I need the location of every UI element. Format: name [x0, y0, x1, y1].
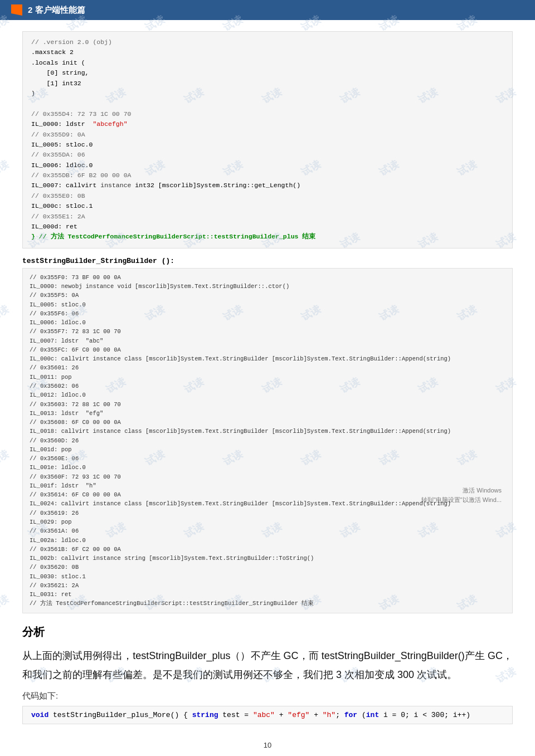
chapter-icon [11, 4, 22, 16]
code-block-more: void testStringBuilder_plus_More() { str… [22, 706, 513, 724]
windows-activation-notice: 激活 Windows 转到"电脑设置"以激活 Wind... [421, 486, 502, 504]
code-label: 代码如下: [22, 691, 513, 701]
code-block-il-plus: // .version 2.0 (obj) .maxstack 2 .local… [22, 31, 513, 248]
main-content: // .version 2.0 (obj) .maxstack 2 .local… [0, 20, 535, 756]
chapter-title: 2 客户端性能篇 [28, 5, 85, 16]
instance-keyword: instance [100, 182, 131, 189]
chapter-header: 2 客户端性能篇 [0, 0, 535, 20]
analysis-body-text: 从上面的测试用例得出，testStringBuilder_plus（）不产生 G… [22, 646, 513, 684]
func-header-stringbuilder: testStringBuilder_StringBuilder (): [22, 257, 513, 265]
code-block-il-stringbuilder: // 0x355F0: 73 BF 00 00 0A IL_0000: newo… [22, 268, 513, 613]
section-title-analysis: 分析 [22, 625, 513, 640]
page-number: 10 [22, 741, 513, 756]
